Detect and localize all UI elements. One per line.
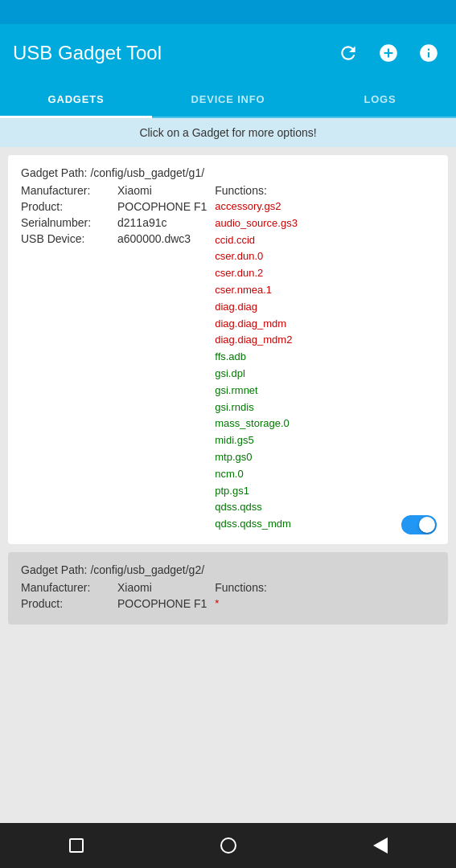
tab-bar: GADGETS DEVICE INFO LOGS [0,82,456,118]
tab-device-info[interactable]: DEVICE INFO [152,82,304,117]
tab-gadgets[interactable]: GADGETS [0,82,152,117]
manufacturer-row: Manufacturer: Xiaomi [21,184,207,197]
product-row: Product: POCOPHONE F1 [21,200,207,213]
toggle-knob-g1 [419,517,435,533]
function-item: accessory.gs2 [215,199,435,215]
tab-logs[interactable]: LOGS [304,82,456,117]
back-button[interactable] [364,829,396,862]
functions-list-g1: accessory.gs2audio_source.gs3ccid.ccidcs… [215,199,435,533]
home-icon [220,837,236,854]
main-content: Gadget Path: /config/usb_gadget/g1/ Manu… [0,147,456,823]
info-button[interactable] [414,39,443,68]
functions-col-g1: Functions: accessory.gs2audio_source.gs3… [207,184,435,533]
app-bar: USB Gadget Tool [0,24,456,82]
function-item: ccid.ccid [215,232,435,249]
function-item: midi.gs5 [215,432,435,449]
home-button[interactable] [212,829,244,862]
function-item: diag.diag_mdm [215,316,435,333]
back-icon [373,837,388,854]
function-item: diag.diag [215,299,435,316]
function-item: gsi.dpl [215,366,435,383]
app-title: USB Gadget Tool [13,42,162,64]
function-item: * [215,596,435,612]
bottom-nav [0,823,456,868]
gadget-path-g1: Gadget Path: /config/usb_gadget/g1/ [21,166,435,179]
function-item: gsi.rmnet [215,383,435,399]
function-item: cser.nmea.1 [215,282,435,299]
gadget-body-g2: Manufacturer: Xiaomi Product: POCOPHONE … [21,581,435,613]
gadget-card-g2[interactable]: Gadget Path: /config/usb_gadget/g2/ Manu… [8,552,448,624]
gadget-path-g2: Gadget Path: /config/usb_gadget/g2/ [21,563,435,576]
add-button[interactable] [374,39,403,68]
function-item: audio_source.gs3 [215,215,435,232]
gadget-body-g1: Manufacturer: Xiaomi Product: POCOPHONE … [21,184,435,533]
function-item: cser.dun.0 [215,248,435,265]
refresh-button[interactable] [334,39,363,68]
function-item: diag.diag_mdm2 [215,332,435,349]
gadget-card-g1[interactable]: Gadget Path: /config/usb_gadget/g1/ Manu… [8,155,448,544]
hint-text: Click on a Gadget for more options! [139,126,316,139]
serial-row: Serialnumber: d211a91c [21,216,207,229]
gadget-details-g1: Manufacturer: Xiaomi Product: POCOPHONE … [21,184,207,533]
status-bar [0,0,456,24]
function-item: ffs.adb [215,349,435,366]
usb-row: USB Device: a600000.dwc3 [21,232,207,245]
function-item: ptp.gs1 [215,483,435,500]
gadget-details-g2: Manufacturer: Xiaomi Product: POCOPHONE … [21,581,207,613]
function-item: mass_storage.0 [215,416,435,432]
manufacturer-row-g2: Manufacturer: Xiaomi [21,581,207,594]
toggle-g1[interactable] [401,515,437,534]
toggle-switch-g1[interactable] [401,515,437,534]
functions-list-g2: * [215,596,435,612]
app-bar-actions [334,39,443,68]
function-item: cser.dun.2 [215,265,435,282]
function-item: mtp.gs0 [215,449,435,466]
functions-col-g2: Functions: * [207,581,435,613]
recent-apps-button[interactable] [60,829,92,862]
function-item: ncm.0 [215,466,435,483]
function-item: qdss.qdss [215,499,435,516]
function-item: gsi.rndis [215,399,435,416]
product-row-g2: Product: POCOPHONE F1 [21,597,207,610]
hint-bar: Click on a Gadget for more options! [0,118,456,147]
recent-apps-icon [69,838,84,853]
